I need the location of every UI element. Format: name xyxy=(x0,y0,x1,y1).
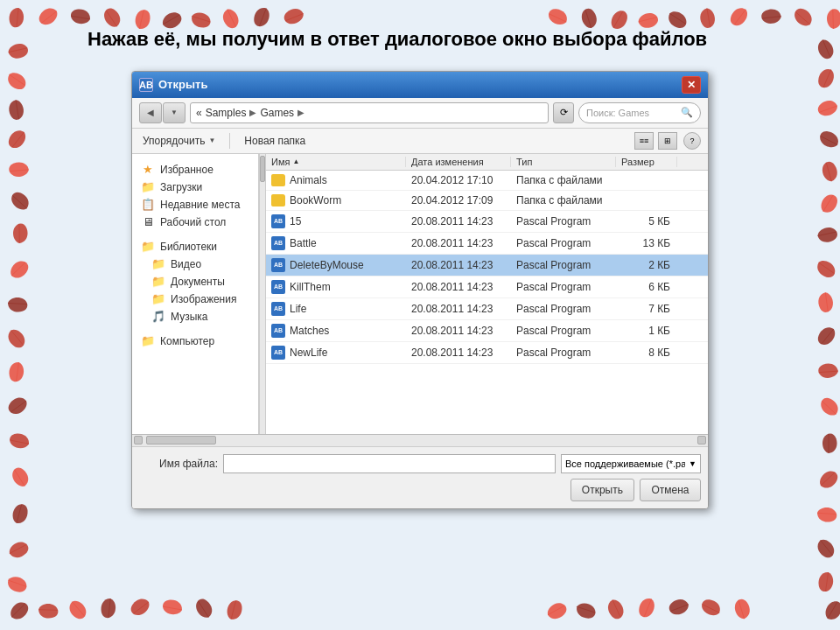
libraries-folder-icon: 📁 xyxy=(141,241,155,253)
sidebar-item-desktop[interactable]: 🖥 Рабочий стол xyxy=(132,214,258,231)
video-icon: 📁 xyxy=(151,258,165,270)
view-list-button[interactable]: ≡≡ xyxy=(634,132,654,150)
column-headers: Имя ▲ Дата изменения Тип Размер xyxy=(266,154,708,171)
sort-arrow: ▲ xyxy=(292,158,299,165)
favorites-section: ★ Избранное 📁 Загрузки 📋 Недавние места … xyxy=(132,161,258,231)
table-row[interactable]: AB Battle 20.08.2011 14:23 Pascal Progra… xyxy=(266,233,708,255)
file-size-cell xyxy=(616,199,677,202)
file-name-cell: Animals xyxy=(266,172,406,188)
file-size-cell xyxy=(616,178,677,182)
documents-label: Документы xyxy=(171,276,225,288)
filename-label: Имя файла: xyxy=(139,458,218,470)
filetype-label: Все поддерживаемые (*.pas;*. xyxy=(565,458,685,469)
sidebar-scrollbar-thumb[interactable] xyxy=(260,156,265,182)
refresh-button[interactable]: ⟳ xyxy=(553,102,574,123)
file-name: KillThem xyxy=(290,281,331,293)
file-name: NewLife xyxy=(290,346,327,359)
view-icons: ≡≡ ⊞ ? xyxy=(634,132,701,150)
col-header-date[interactable]: Дата изменения xyxy=(406,157,511,167)
filename-input[interactable] xyxy=(223,454,556,473)
pascal-icon: AB xyxy=(271,214,285,228)
music-label: Музыка xyxy=(171,311,207,323)
table-row[interactable]: AB 15 20.08.2011 14:23 Pascal Program 5 … xyxy=(266,211,708,233)
pascal-icon: AB xyxy=(271,302,285,316)
h-scrollbar-thumb[interactable] xyxy=(146,436,216,444)
toolbar: Упорядочить ▼ Новая папка ≡≡ ⊞ ? xyxy=(132,129,708,154)
table-row[interactable]: AB NewLife 20.08.2011 14:23 Pascal Progr… xyxy=(266,342,708,364)
new-folder-button[interactable]: Новая папка xyxy=(241,133,309,149)
file-name-cell: BookWorm xyxy=(266,192,406,208)
recent-icon: 📋 xyxy=(141,199,155,211)
star-icon: ★ xyxy=(141,164,155,176)
sidebar-item-music[interactable]: 🎵 Музыка xyxy=(132,308,258,326)
sidebar-item-recent[interactable]: 📋 Недавние места xyxy=(132,196,258,214)
sidebar-item-video[interactable]: 📁 Видео xyxy=(132,256,258,273)
search-box[interactable]: Поиск: Games 🔍 xyxy=(578,102,701,123)
new-folder-label: Новая папка xyxy=(244,135,305,147)
table-row[interactable]: AB KillThem 20.08.2011 14:23 Pascal Prog… xyxy=(266,276,708,298)
music-icon: 🎵 xyxy=(151,311,165,323)
open-button[interactable]: Открыть xyxy=(570,479,634,501)
file-size-cell: 13 КБ xyxy=(616,235,677,251)
organize-arrow: ▼ xyxy=(208,136,215,144)
desktop-icon: 🖥 xyxy=(141,216,155,228)
col-header-name[interactable]: Имя ▲ xyxy=(266,157,406,167)
file-date-cell: 20.08.2011 14:23 xyxy=(406,279,511,295)
file-type-cell: Pascal Program xyxy=(511,235,616,251)
search-placeholder: Поиск: Games xyxy=(586,108,649,118)
file-name: Life xyxy=(290,303,306,315)
sidebar-item-downloads[interactable]: 📁 Загрузки xyxy=(132,178,258,196)
file-type-cell: Pascal Program xyxy=(511,214,616,229)
breadcrumb-games[interactable]: Games xyxy=(260,107,294,119)
file-name: Battle xyxy=(290,237,317,249)
breadcrumb-samples[interactable]: Samples xyxy=(206,107,247,119)
dialog-title: Открыть xyxy=(158,78,682,91)
file-list-area: Имя ▲ Дата изменения Тип Размер xyxy=(266,154,708,434)
file-name-cell: AB Matches xyxy=(266,322,406,340)
sidebar: ★ Избранное 📁 Загрузки 📋 Недавние места … xyxy=(132,154,259,434)
col-header-type[interactable]: Тип xyxy=(511,157,616,167)
file-name: Animals xyxy=(290,174,327,186)
file-name: DeleteByMouse xyxy=(290,259,364,271)
breadcrumb-bar[interactable]: « Samples ▶ Games ▶ xyxy=(190,102,549,123)
content-area: Нажав её, мы получим в ответ диалоговое … xyxy=(0,0,840,630)
sidebar-item-computer[interactable]: 📁 Компьютер xyxy=(132,332,258,350)
table-row[interactable]: Animals 20.04.2012 17:10 Папка с файлами xyxy=(266,171,708,191)
col-header-size[interactable]: Размер xyxy=(616,157,677,167)
filetype-dropdown[interactable]: Все поддерживаемые (*.pas;*. ▼ xyxy=(561,454,701,473)
sidebar-item-documents[interactable]: 📁 Документы xyxy=(132,273,258,290)
sidebar-scrollbar[interactable] xyxy=(259,154,266,434)
h-scroll-left[interactable] xyxy=(134,436,143,444)
table-row[interactable]: AB DeleteByMouse 20.08.2011 14:23 Pascal… xyxy=(266,255,708,276)
file-size-cell: 7 КБ xyxy=(616,301,677,317)
help-button[interactable]: ? xyxy=(683,132,701,150)
file-size-cell: 8 КБ xyxy=(616,345,677,360)
cancel-button[interactable]: Отмена xyxy=(640,479,701,501)
horizontal-scrollbar[interactable] xyxy=(132,434,708,446)
documents-icon: 📁 xyxy=(151,276,165,288)
organize-button[interactable]: Упорядочить ▼ xyxy=(139,133,219,149)
file-date-cell: 20.08.2011 14:23 xyxy=(406,345,511,360)
view-icon-button[interactable]: ⊞ xyxy=(658,132,677,150)
dialog-bottom: Имя файла: Все поддерживаемые (*.pas;*. … xyxy=(132,446,708,508)
filename-row: Имя файла: Все поддерживаемые (*.pas;*. … xyxy=(139,454,701,473)
close-button[interactable]: ✕ xyxy=(682,76,701,94)
forward-button[interactable]: ▼ xyxy=(163,102,186,123)
nav-buttons: ◀ ▼ xyxy=(139,102,186,123)
table-row[interactable]: AB Life 20.08.2011 14:23 Pascal Program … xyxy=(266,298,708,320)
file-type-cell: Pascal Program xyxy=(511,279,616,295)
pascal-icon: AB xyxy=(271,324,285,338)
back-button[interactable]: ◀ xyxy=(139,102,162,123)
table-row[interactable]: BookWorm 20.04.2012 17:09 Папка с файлам… xyxy=(266,191,708,211)
file-type-cell: Pascal Program xyxy=(511,257,616,273)
images-icon: 📁 xyxy=(151,293,165,305)
computer-section: 📁 Компьютер xyxy=(132,332,258,350)
pascal-icon: AB xyxy=(271,346,285,360)
file-date-cell: 20.08.2011 14:23 xyxy=(406,235,511,251)
h-scroll-right[interactable] xyxy=(697,436,706,444)
action-row: Открыть Отмена xyxy=(139,479,701,501)
file-name: Matches xyxy=(290,325,329,337)
sidebar-item-images[interactable]: 📁 Изображения xyxy=(132,290,258,308)
table-row[interactable]: AB Matches 20.08.2011 14:23 Pascal Progr… xyxy=(266,320,708,342)
file-type-cell: Pascal Program xyxy=(511,301,616,317)
